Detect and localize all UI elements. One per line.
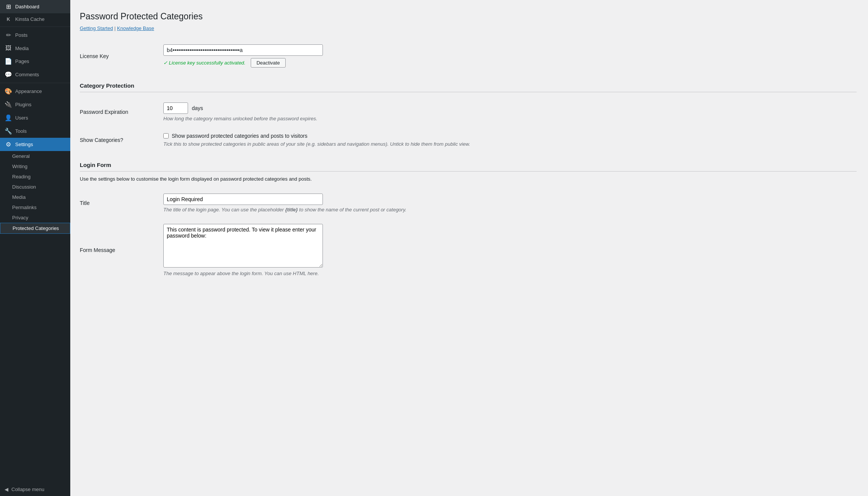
appearance-icon: 🎨 [5, 88, 12, 95]
media-icon: 🖼 [5, 45, 12, 52]
sidebar-item-reading[interactable]: Reading [0, 172, 70, 182]
category-protection-heading: Category Protection [80, 82, 857, 92]
title-label: Title [80, 200, 90, 206]
form-message-row: Form Message This content is password pr… [80, 218, 857, 282]
sidebar-divider [0, 27, 70, 27]
sidebar-item-plugins[interactable]: 🔌 Plugins [0, 98, 70, 111]
sidebar: ⊞ Dashboard K Kinsta Cache ✏ Posts 🖼 Med… [0, 0, 70, 496]
collapse-label: Collapse menu [11, 487, 44, 492]
license-table: License Key ✓ License key successfully a… [80, 39, 857, 73]
sidebar-item-appearance[interactable]: 🎨 Appearance [0, 85, 70, 98]
collapse-icon: ◀ [5, 487, 8, 492]
sidebar-item-label: Tools [15, 128, 27, 134]
show-categories-row: Show Categories? Show password protected… [80, 127, 857, 153]
show-categories-description: Tick this to show protected categories i… [163, 141, 857, 147]
password-expiration-row: Password Expiration days How long the ca… [80, 97, 857, 127]
sidebar-divider-2 [0, 83, 70, 83]
sidebar-item-kinsta-cache[interactable]: K Kinsta Cache [0, 13, 70, 25]
form-message-textarea[interactable]: This content is password protected. To v… [163, 224, 323, 268]
category-protection-table: Password Expiration days How long the ca… [80, 97, 857, 153]
tools-icon: 🔧 [5, 128, 12, 135]
sidebar-item-protected-categories[interactable]: Protected Categories [0, 223, 70, 234]
sidebar-item-label: Settings [15, 142, 33, 147]
login-form-description: Use the settings below to customise the … [80, 176, 857, 182]
knowledge-base-link[interactable]: Knowledge Base [117, 25, 154, 31]
posts-icon: ✏ [5, 31, 12, 39]
sidebar-item-label: Posts [15, 32, 28, 38]
sidebar-item-label: Comments [15, 72, 39, 77]
sidebar-item-general[interactable]: General [0, 151, 70, 161]
settings-submenu: General Writing Reading Discussion Media… [0, 151, 70, 234]
sidebar-item-pages[interactable]: 📄 Pages [0, 55, 70, 68]
license-field-wrapper: ✓ License key successfully activated. De… [163, 44, 857, 68]
show-categories-checkbox-row: Show password protected categories and p… [163, 133, 857, 139]
deactivate-button[interactable]: Deactivate [251, 58, 285, 68]
breadcrumb: Getting Started | Knowledge Base [80, 25, 857, 31]
form-message-description: The message to appear above the login fo… [163, 271, 857, 276]
sidebar-item-writing[interactable]: Writing [0, 161, 70, 172]
show-categories-checkbox[interactable] [163, 133, 169, 139]
page-title: Password Protected Categories [80, 11, 857, 22]
sidebar-item-settings[interactable]: ⚙ Settings [0, 138, 70, 151]
sidebar-item-discussion[interactable]: Discussion [0, 182, 70, 192]
show-categories-label: Show Categories? [80, 137, 123, 143]
license-key-label: License Key [80, 53, 109, 59]
sidebar-item-tools[interactable]: 🔧 Tools [0, 124, 70, 138]
sidebar-item-label: Users [15, 115, 28, 121]
days-label: days [192, 105, 203, 111]
collapse-menu-button[interactable]: ◀ Collapse menu [0, 483, 70, 496]
login-form-table: Title The title of the login page. You c… [80, 188, 857, 282]
sidebar-item-label: Media [15, 46, 28, 51]
sidebar-item-label: Pages [15, 58, 29, 64]
sidebar-item-label: Appearance [15, 88, 42, 94]
license-success-message: ✓ License key successfully activated. [163, 60, 245, 66]
sidebar-item-users[interactable]: 👤 Users [0, 111, 70, 124]
password-expiration-input[interactable] [163, 102, 188, 114]
license-status-row: ✓ License key successfully activated. De… [163, 58, 857, 68]
main-content: Password Protected Categories Getting St… [70, 0, 868, 496]
license-row: License Key ✓ License key successfully a… [80, 39, 857, 73]
sidebar-item-label: Dashboard [15, 4, 40, 9]
password-expiration-description: How long the category remains unlocked b… [163, 116, 857, 121]
sidebar-item-privacy[interactable]: Privacy [0, 213, 70, 223]
title-row: Title The title of the login page. You c… [80, 188, 857, 218]
sidebar-item-media[interactable]: 🖼 Media [0, 42, 70, 55]
sidebar-item-permalinks[interactable]: Permalinks [0, 202, 70, 213]
show-categories-checkbox-label: Show password protected categories and p… [172, 133, 307, 139]
title-input[interactable] [163, 194, 323, 205]
kinsta-icon: K [5, 17, 12, 22]
login-form-heading: Login Form [80, 162, 857, 172]
form-message-label: Form Message [80, 247, 115, 253]
license-key-input[interactable] [163, 44, 323, 56]
plugins-icon: 🔌 [5, 101, 12, 108]
password-expiration-label: Password Expiration [80, 109, 128, 115]
sidebar-item-label: Plugins [15, 102, 32, 107]
sidebar-item-media-sub[interactable]: Media [0, 192, 70, 202]
sidebar-item-dashboard[interactable]: ⊞ Dashboard [0, 0, 70, 13]
sidebar-item-comments[interactable]: 💬 Comments [0, 68, 70, 81]
title-description: The title of the login page. You can use… [163, 207, 857, 213]
dashboard-icon: ⊞ [5, 3, 12, 10]
settings-icon: ⚙ [5, 141, 12, 148]
users-icon: 👤 [5, 114, 12, 121]
pages-icon: 📄 [5, 58, 12, 65]
getting-started-link[interactable]: Getting Started [80, 25, 113, 31]
comments-icon: 💬 [5, 71, 12, 78]
sidebar-item-posts[interactable]: ✏ Posts [0, 28, 70, 42]
sidebar-item-label: Kinsta Cache [15, 16, 44, 22]
